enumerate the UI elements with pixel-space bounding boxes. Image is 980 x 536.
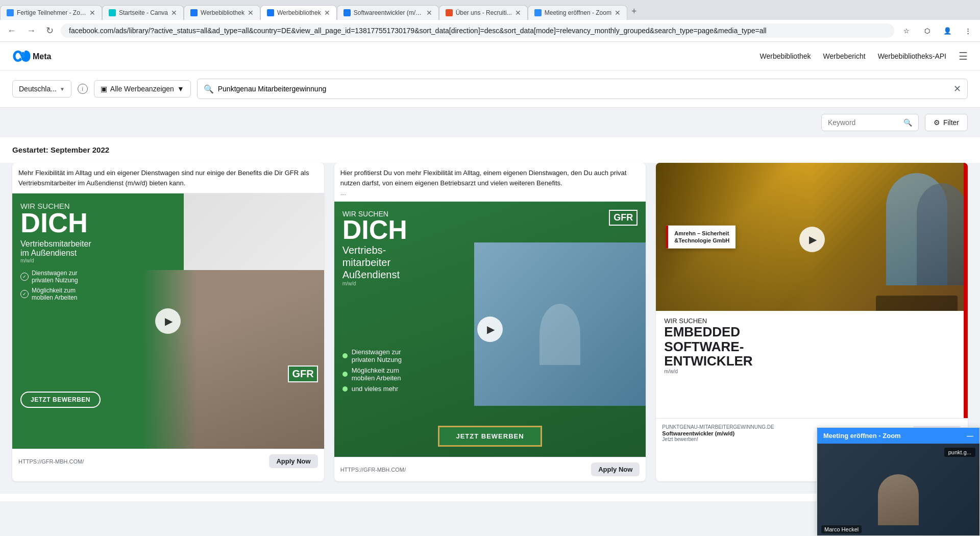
- ad-type-chevron-icon: ▼: [177, 85, 184, 93]
- gfr2-benefit-2-text: Möglichkeit zummobilen Arbeiten: [352, 367, 401, 382]
- tab-werbebib-1[interactable]: Werbebibliothek ✕: [184, 5, 260, 20]
- apply-now-button-1[interactable]: Apply Now: [269, 454, 317, 468]
- gfr1-cta-area: JETZT BEWERBEN: [20, 392, 101, 408]
- gfr2-benefit-1: Dienstwagen zurprivaten Nutzung: [342, 348, 402, 363]
- amrehn-mwd: m/w/d: [664, 369, 960, 374]
- filter-icon: ⚙: [934, 118, 940, 127]
- tab-favicon-2: [109, 9, 116, 16]
- ad-card-1-visual: WIR SUCHEN DICH Vertriebsmitarbeiterim A…: [12, 193, 324, 449]
- gfr1-role-text: Vertriebsmitarbeiterim Außendienst: [20, 239, 91, 258]
- gfr2-benefits: Dienstwagen zurprivaten Nutzung Möglichk…: [342, 348, 402, 396]
- gfr2-top-area: WIR SUCHEN DICH Vertriebs-mitarbeiterAuß…: [342, 210, 638, 286]
- green-dot-1: [342, 353, 348, 358]
- tab-close-2[interactable]: ✕: [171, 9, 177, 17]
- country-select[interactable]: Deutschla... ▼: [12, 80, 71, 98]
- ad-footer-2: HTTPS://GFR-MBH.COM/ Apply Now: [334, 457, 646, 481]
- gfr2-dich-text: DICH: [342, 218, 407, 242]
- gfr1-cta-button[interactable]: JETZT BEWERBEN: [20, 392, 101, 408]
- tab-title-4: Werbebibliothek: [277, 9, 321, 16]
- search-area: Deutschla... ▼ i ▣ Alle Werbeanzeigen ▼ …: [0, 70, 980, 108]
- tab-close-5[interactable]: ✕: [426, 9, 432, 17]
- green-dot-2: [342, 372, 348, 377]
- tab-zoom-1[interactable]: Fertige Teilnehmer - Zoom ✕: [0, 5, 102, 20]
- tab-title-6: Über uns - Recruiti...: [456, 9, 512, 16]
- nav-werbebericht[interactable]: Werbebericht: [823, 52, 866, 60]
- info-icon[interactable]: i: [78, 84, 88, 94]
- gfr1-person-image: [143, 270, 324, 449]
- gfr2-title: WIR SUCHEN DICH Vertriebs-mitarbeiterAuß…: [342, 210, 407, 286]
- tab-werbebib-2[interactable]: Werbebibliothek ✕: [260, 5, 337, 20]
- tab-canva[interactable]: Startseite - Canva ✕: [102, 5, 184, 20]
- amrehn-advertiser-name: Softwareentwickler (m/w/d): [662, 430, 774, 436]
- meta-logo-svg: Meta: [12, 49, 63, 63]
- ad-type-label: Alle Werbeanzeigen: [110, 85, 174, 93]
- amrehn-red-accent: [964, 163, 968, 418]
- punkt-logo: punkt.g...: [944, 448, 975, 457]
- tab-favicon-6: [446, 9, 453, 16]
- amrehn-advertiser-desc: Jetzt bewerben!: [662, 436, 774, 442]
- reload-button[interactable]: ↻: [43, 22, 57, 39]
- tab-close-6[interactable]: ✕: [515, 9, 521, 17]
- tab-favicon-5: [344, 9, 351, 16]
- ad-card-1-text: Mehr Flexibilität im Alltag und ein eige…: [12, 163, 324, 193]
- country-chevron-icon: ▼: [60, 86, 65, 92]
- tab-software[interactable]: Softwareentwickler (m/w/d) ✕: [337, 5, 439, 20]
- tab-close-1[interactable]: ✕: [89, 9, 95, 17]
- nav-werbebibliothek[interactable]: Werbebibliothek: [760, 52, 811, 60]
- tab-ueber-uns[interactable]: Über uns - Recruiti... ✕: [439, 5, 528, 20]
- search-clear-button[interactable]: ✕: [953, 83, 961, 94]
- play-button-1[interactable]: ▶: [155, 308, 181, 334]
- search-icon: 🔍: [204, 84, 214, 94]
- new-tab-button[interactable]: +: [627, 3, 641, 20]
- gfr2-role-text: Vertriebs-mitarbeiterAußendienst: [342, 244, 407, 281]
- gfr1-text-area: WIR SUCHEN DICH Vertriebsmitarbeiterim A…: [20, 202, 91, 301]
- url-bar[interactable]: [61, 23, 894, 38]
- zoom-widget: Meeting eröffnen - Zoom — punkt.g... Mar…: [817, 427, 980, 501]
- apply-now-button-2[interactable]: Apply Now: [591, 462, 640, 476]
- keyword-input[interactable]: [828, 118, 899, 127]
- benefit-1-text: Dienstwagen zurprivaten Nutzung: [32, 270, 78, 284]
- keyword-input-wrapper: 🔍: [821, 114, 919, 131]
- tab-title-3: Werbebibliothek: [201, 9, 244, 16]
- bookmark-button[interactable]: ☆: [898, 22, 915, 39]
- zoom-minimize-icon[interactable]: —: [967, 432, 973, 440]
- tab-meeting[interactable]: Meeting eröffnen - Zoom ✕: [528, 5, 627, 20]
- profile-button[interactable]: 👤: [939, 22, 955, 39]
- gfr1-background: WIR SUCHEN DICH Vertriebsmitarbeiterim A…: [12, 193, 324, 449]
- amrehn-wir-suchen: WIR SUCHEN: [664, 317, 960, 325]
- gfr2-mwd-text: m/w/d: [342, 281, 407, 286]
- extensions-button[interactable]: ⬡: [919, 22, 935, 39]
- tab-close-7[interactable]: ✕: [615, 9, 621, 17]
- play-button-2[interactable]: ▶: [477, 316, 503, 342]
- gfr2-benefit-1-text: Dienstwagen zurprivaten Nutzung: [352, 348, 402, 363]
- tab-title-5: Softwareentwickler (m/w/d): [354, 9, 423, 16]
- back-button[interactable]: ←: [4, 22, 19, 39]
- gfr2-benefit-3: und vieles mehr: [342, 385, 402, 393]
- nav-api[interactable]: Werbebibliotheks-API: [878, 52, 946, 60]
- amrehn-advertiser-info: PUNKTGENAU-MITARBEITERGEWINNUNG.DE Softw…: [662, 424, 774, 442]
- ad-card-2: Hier profitierst Du von mehr Flexibilitä…: [334, 163, 646, 481]
- amrehn-company-name: Amrehn – Sicherheit&Technologie GmbH: [674, 230, 729, 245]
- ad-type-select[interactable]: ▣ Alle Werbeanzeigen ▼: [94, 80, 191, 98]
- keyword-search-icon: 🔍: [903, 118, 912, 127]
- ad-card-3-visual: Amrehn – Sicherheit&Technologie GmbH WIR…: [656, 163, 968, 418]
- settings-button[interactable]: ⋮: [960, 22, 976, 39]
- play-button-3[interactable]: ▶: [799, 227, 825, 252]
- tab-close-3[interactable]: ✕: [248, 9, 254, 17]
- search-box: 🔍 ✕: [197, 79, 968, 99]
- date-section: Gestartet: September 2022: [0, 137, 980, 163]
- ad-card-1: Mehr Flexibilität im Alltag und ein eige…: [12, 163, 324, 481]
- forward-button[interactable]: →: [23, 22, 39, 39]
- ad-url-1: HTTPS://GFR-MBH.COM/: [18, 458, 84, 465]
- gfr1-dich-text: DICH: [20, 210, 91, 235]
- ad-type-icon: ▣: [101, 85, 107, 93]
- meta-menu-icon[interactable]: ☰: [959, 50, 968, 62]
- zoom-header: Meeting eröffnen - Zoom —: [817, 428, 979, 444]
- filter-button[interactable]: ⚙ Filter: [925, 114, 968, 131]
- browser-chrome: Fertige Teilnehmer - Zoom ✕ Startseite -…: [0, 0, 980, 42]
- tab-bar: Fertige Teilnehmer - Zoom ✕ Startseite -…: [0, 0, 980, 20]
- gfr2-cta-button[interactable]: JETZT BEWERBEN: [438, 426, 542, 447]
- amrehn-card-overlay: Amrehn – Sicherheit&Technologie GmbH: [666, 226, 736, 249]
- search-input[interactable]: [218, 85, 953, 93]
- tab-close-4[interactable]: ✕: [324, 9, 330, 17]
